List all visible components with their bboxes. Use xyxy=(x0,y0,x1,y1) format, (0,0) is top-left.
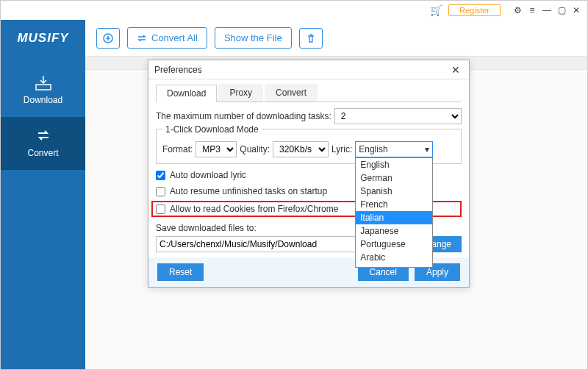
dialog-close-icon[interactable]: ✕ xyxy=(448,64,463,76)
settings-gear-icon[interactable]: ⚙ xyxy=(512,5,523,15)
register-button[interactable]: Register xyxy=(448,4,501,16)
convert-all-button[interactable]: Convert All xyxy=(127,27,207,49)
convert-all-label: Convert All xyxy=(151,32,198,43)
convert-icon xyxy=(137,33,147,43)
sidebar-item-download[interactable]: Download xyxy=(1,64,85,117)
lyric-select[interactable]: English ▾ xyxy=(355,141,433,157)
sidebar-item-convert[interactable]: Convert xyxy=(1,117,85,170)
convert-icon xyxy=(35,127,52,143)
delete-button[interactable] xyxy=(299,28,323,49)
max-tasks-label: The maximum number of downloading tasks: xyxy=(156,111,331,121)
lyric-option[interactable]: Russian xyxy=(356,264,432,268)
format-label: Format: xyxy=(162,144,193,154)
cookies-label: Allow to read Cookies from Firefox/Chrom… xyxy=(170,204,338,214)
max-tasks-select[interactable]: 2 xyxy=(334,108,462,124)
cookies-checkbox[interactable] xyxy=(156,204,165,214)
save-path-input[interactable] xyxy=(156,236,376,252)
app-brand: MUSIFY xyxy=(17,20,68,64)
show-file-button[interactable]: Show the File xyxy=(215,27,292,49)
toolbar: Convert All Show the File xyxy=(85,20,587,57)
sidebar-item-label: Download xyxy=(24,95,62,105)
download-icon xyxy=(35,74,52,90)
lyric-option[interactable]: Arabic xyxy=(356,251,432,264)
lyric-selected-value: English xyxy=(359,144,387,154)
hamburger-menu-icon[interactable]: ≡ xyxy=(527,5,537,15)
dialog-title: Preferences xyxy=(154,65,202,75)
maximize-icon[interactable]: ▢ xyxy=(556,5,567,15)
format-select[interactable]: MP3 xyxy=(196,141,237,157)
lyric-option[interactable]: Italian xyxy=(356,211,432,224)
lyric-option[interactable]: Portuguese xyxy=(356,238,432,251)
plus-circle-icon xyxy=(103,33,113,43)
cart-icon[interactable]: 🛒 xyxy=(430,4,442,16)
titlebar: 🛒 Register ⚙ ≡ — ▢ ✕ xyxy=(1,1,587,20)
reset-button[interactable]: Reset xyxy=(157,263,204,281)
lyric-option[interactable]: Spanish xyxy=(356,185,432,198)
app-window: 🛒 Register ⚙ ≡ — ▢ ✕ MUSIFY Download Con… xyxy=(0,0,588,370)
auto-resume-checkbox[interactable] xyxy=(156,187,165,196)
minimize-icon[interactable]: — xyxy=(542,5,552,15)
quality-label: Quality: xyxy=(240,144,270,154)
sidebar-item-label: Convert xyxy=(27,148,58,158)
chevron-down-icon: ▾ xyxy=(425,144,429,154)
tab-proxy[interactable]: Proxy xyxy=(218,84,263,102)
lyric-dropdown-list[interactable]: EnglishGermanSpanishFrenchItalianJapanes… xyxy=(355,157,433,268)
auto-lyric-label: Auto download lyric xyxy=(170,170,246,180)
tab-download[interactable]: Download xyxy=(156,85,217,102)
auto-lyric-checkbox[interactable] xyxy=(156,171,165,180)
auto-resume-label: Auto resume unfinished tasks on startup xyxy=(170,186,327,196)
quality-select[interactable]: 320Kb/s xyxy=(273,141,329,157)
sidebar: MUSIFY Download Convert xyxy=(1,20,85,369)
dialog-tabs: Download Proxy Convert xyxy=(156,84,462,102)
add-button[interactable] xyxy=(96,28,120,49)
lyric-option[interactable]: German xyxy=(356,171,432,185)
one-click-legend: 1-Click Download Mode xyxy=(162,124,262,135)
lyric-option[interactable]: English xyxy=(356,158,432,171)
trash-icon xyxy=(306,33,316,43)
preferences-dialog: Preferences ✕ Download Proxy Convert The… xyxy=(148,60,470,288)
lyric-label: Lyric: xyxy=(331,144,352,154)
lyric-option[interactable]: Japanese xyxy=(356,224,432,238)
svg-rect-0 xyxy=(36,85,51,90)
tab-convert[interactable]: Convert xyxy=(265,84,318,102)
dialog-titlebar: Preferences ✕ xyxy=(148,60,469,79)
one-click-fieldset: 1-Click Download Mode Format: MP3 Qualit… xyxy=(156,129,462,164)
close-window-icon[interactable]: ✕ xyxy=(571,5,581,15)
lyric-option[interactable]: French xyxy=(356,198,432,211)
